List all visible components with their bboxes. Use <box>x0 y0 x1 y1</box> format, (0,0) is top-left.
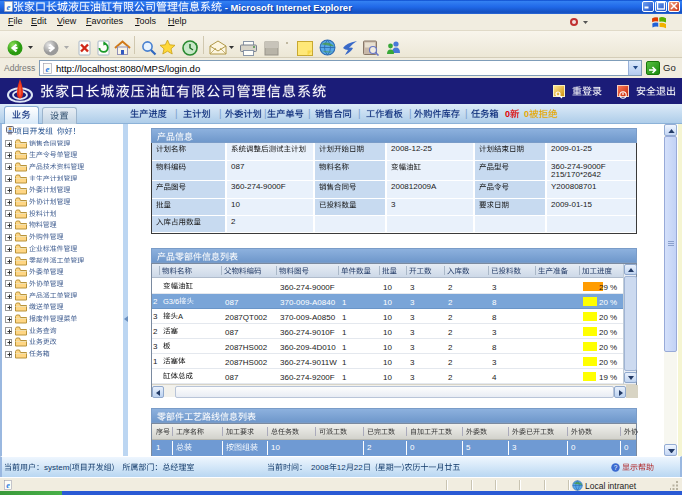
svg-text:e: e <box>6 481 10 490</box>
svg-text:?: ? <box>614 464 618 471</box>
svg-text:e: e <box>7 2 11 12</box>
svg-text:e: e <box>46 64 50 74</box>
